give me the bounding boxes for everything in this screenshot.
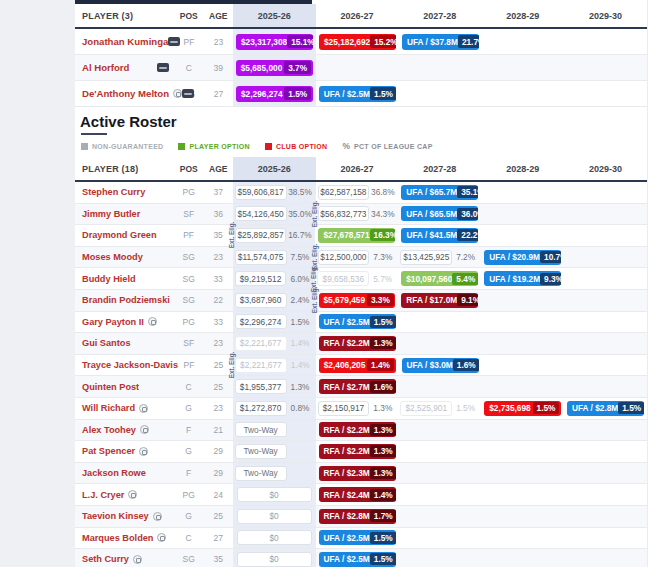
col-header-year[interactable]: 2029-30 bbox=[564, 4, 647, 27]
salary-badge: UFA / $19.2M9.3% bbox=[484, 271, 561, 286]
salary-cell bbox=[564, 333, 647, 354]
player-name-wrap: Gary Payton II bbox=[82, 317, 174, 327]
player-name-link[interactable]: Alex Toohey bbox=[82, 425, 136, 435]
salary-cell bbox=[481, 463, 564, 484]
player-name-link[interactable]: De'Anthony Melton bbox=[82, 88, 169, 99]
salary-badge: $27,678,57116.3% bbox=[318, 228, 395, 243]
salary-cell bbox=[399, 528, 482, 549]
player-position: SG bbox=[174, 295, 204, 305]
player-position: PF bbox=[174, 230, 204, 240]
cap-pct: 1.3% bbox=[287, 382, 314, 392]
salary-value: $13,425,925 bbox=[403, 252, 449, 262]
col-header-year[interactable]: 2029-30 bbox=[564, 157, 647, 180]
col-header-year[interactable]: 2025-26 bbox=[233, 4, 316, 27]
salary-cell: $2,296,2741.5% bbox=[233, 81, 316, 106]
salary-value: $1,955,377 bbox=[240, 382, 282, 392]
cap-pct: 7.3% bbox=[369, 252, 396, 262]
col-header-pos[interactable]: POS bbox=[174, 164, 204, 174]
cap-pct-chip: 5.4% bbox=[452, 273, 478, 285]
player-name-link[interactable]: Jimmy Butler bbox=[82, 209, 140, 219]
cap-pct-chip: 1.7% bbox=[370, 510, 396, 522]
player-name-wrap: L.J. Cryer bbox=[82, 490, 174, 500]
active-roster-section: Active Roster NON-GUARANTEEDPLAYER OPTIO… bbox=[75, 107, 647, 151]
player-name-link[interactable]: Seth Curry bbox=[82, 554, 129, 564]
col-header-year[interactable]: 2027-28 bbox=[398, 157, 481, 180]
lock-circle-icon bbox=[148, 317, 157, 326]
player-name-link[interactable]: Buddy Hield bbox=[82, 274, 136, 284]
player-name-link[interactable]: Jackson Rowe bbox=[82, 468, 146, 478]
lock-circle-icon bbox=[173, 89, 182, 98]
section-title-underline bbox=[81, 133, 107, 135]
player-cell: Will RichardG23 bbox=[75, 398, 233, 419]
player-name-link[interactable]: Stephen Curry bbox=[82, 187, 145, 197]
col-header-year[interactable]: 2027-28 bbox=[398, 4, 481, 27]
cap-pct-chip: 15.1% bbox=[287, 35, 313, 48]
player-cell: Brandin PodziemskiSG22 bbox=[75, 290, 233, 311]
salary-cell bbox=[399, 549, 482, 567]
player-name-wrap: Pat Spencer bbox=[82, 446, 174, 456]
salary-cell bbox=[564, 225, 647, 246]
col-header-age[interactable]: AGE bbox=[204, 11, 233, 21]
salary-value: $3,687,960 bbox=[240, 295, 282, 305]
salary-cell: RFA / $17.0M9.1% bbox=[398, 290, 481, 311]
col-header-pos[interactable]: POS bbox=[174, 11, 204, 21]
player-name-link[interactable]: Moses Moody bbox=[82, 252, 143, 262]
player-position: C bbox=[174, 533, 204, 543]
col-header-year[interactable]: 2026-27 bbox=[316, 157, 399, 180]
player-name-link[interactable]: Gary Payton II bbox=[82, 317, 144, 327]
salary-cell: $2,525,9011.5% bbox=[398, 398, 481, 419]
salary-cell: $3,687,9602.4% bbox=[233, 290, 316, 311]
player-cell: Stephen CurryPG37 bbox=[75, 182, 233, 203]
player-name-link[interactable]: Quinten Post bbox=[82, 382, 139, 392]
salary-cell bbox=[481, 225, 564, 246]
salary-cell bbox=[481, 549, 564, 567]
money-badge-icon bbox=[157, 63, 169, 72]
salary-cell: UFA / $3.0M1.6% bbox=[399, 355, 482, 376]
col-header-year[interactable]: 2026-27 bbox=[316, 4, 399, 27]
player-name-link[interactable]: Taevion Kinsey bbox=[82, 511, 149, 521]
player-name-link[interactable]: Gui Santos bbox=[82, 338, 131, 348]
two-way-box: Two-Way bbox=[235, 444, 287, 459]
player-age: 21 bbox=[204, 425, 233, 435]
col-header-year[interactable]: 2025-26 bbox=[233, 157, 316, 180]
player-name-link[interactable]: Draymond Green bbox=[82, 230, 157, 240]
lock-circle-icon bbox=[153, 512, 162, 521]
col-header-age[interactable]: AGE bbox=[204, 164, 233, 174]
player-name-link[interactable]: Pat Spencer bbox=[82, 446, 135, 456]
player-age: 24 bbox=[204, 490, 233, 500]
player-name-link[interactable]: L.J. Cryer bbox=[82, 490, 124, 500]
player-cell: Pat SpencerG29 bbox=[75, 441, 233, 462]
player-name-link[interactable]: Marques Bolden bbox=[82, 533, 153, 543]
player-name-link[interactable]: Jonathan Kuminga bbox=[82, 36, 168, 47]
salary-cell bbox=[398, 55, 481, 80]
extension-eligible-label: Ext. Elig. bbox=[310, 201, 317, 228]
col-header-player[interactable]: PLAYER (3) bbox=[82, 11, 174, 21]
player-age: 23 bbox=[204, 252, 233, 262]
salary-value: UFA / $65.5M bbox=[401, 209, 457, 219]
col-header-year[interactable]: 2028-29 bbox=[481, 157, 564, 180]
legend-label: PLAYER OPTION bbox=[189, 143, 249, 150]
player-name-link[interactable]: Will Richard bbox=[82, 403, 135, 413]
header-player-cell: PLAYER (3)POSAGE bbox=[75, 4, 233, 27]
salary-cell: RFA / $2.7M1.6% bbox=[316, 376, 399, 397]
salary-badge: UFA / $65.7M35.1% bbox=[401, 185, 478, 200]
player-name-link[interactable]: Brandin Podziemski bbox=[82, 295, 170, 305]
salary-value: $0 bbox=[269, 533, 278, 543]
percent-icon: % bbox=[342, 142, 350, 150]
cap-pct-chip: 10.7% bbox=[540, 251, 561, 263]
salary-cell bbox=[564, 81, 647, 106]
player-age: 33 bbox=[204, 274, 233, 284]
col-header-player[interactable]: PLAYER (18) bbox=[82, 164, 174, 174]
cap-pct: 16.7% bbox=[286, 230, 313, 240]
salary-box: $59,606,817 bbox=[235, 185, 287, 200]
player-name-link[interactable]: Al Horford bbox=[82, 62, 129, 73]
salary-value: $2,296,274 bbox=[240, 317, 282, 327]
page-gutter-left bbox=[0, 0, 75, 567]
salary-box: $56,832,773 bbox=[318, 206, 370, 221]
player-name-wrap: Alex Toohey bbox=[82, 425, 174, 435]
player-name-link[interactable]: Trayce Jackson-Davis bbox=[82, 360, 178, 370]
col-header-year[interactable]: 2028-29 bbox=[481, 4, 564, 27]
salary-badge: UFA / $2.5M1.5% bbox=[319, 314, 396, 329]
player-position: PG bbox=[174, 490, 204, 500]
salary-value: RFA / $2.7M bbox=[319, 382, 370, 392]
